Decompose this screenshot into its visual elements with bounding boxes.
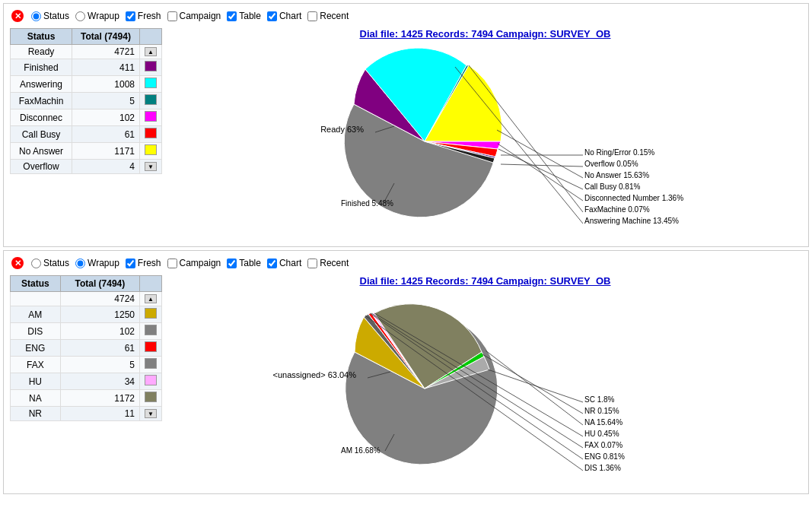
table-checkbox-1[interactable] bbox=[227, 11, 237, 21]
cell-total: 102 bbox=[72, 109, 139, 126]
label-am-2: AM 16.68% bbox=[341, 446, 381, 455]
cell-total: 1171 bbox=[72, 143, 139, 160]
scroll-up[interactable]: ▲ bbox=[145, 294, 157, 303]
cell-status: Ready bbox=[11, 45, 72, 59]
table-row: FAX 5 bbox=[11, 357, 162, 373]
cell-color bbox=[140, 143, 162, 160]
scroll-header-1 bbox=[140, 29, 162, 45]
label-fax-2: FAX 0.07% bbox=[584, 441, 623, 449]
table-check-label-1[interactable]: Table bbox=[227, 11, 261, 21]
cell-total: 61 bbox=[60, 340, 139, 357]
status-label-2: Status bbox=[43, 258, 69, 268]
cell-color bbox=[140, 323, 162, 340]
cell-color bbox=[140, 109, 162, 126]
table-check-label-2[interactable]: Table bbox=[227, 258, 261, 268]
section-2: ✕ Status Wrapup Fresh Campaign Table Cha… bbox=[3, 250, 809, 494]
recent-checkbox-2[interactable] bbox=[307, 258, 317, 268]
pie-chart-1: Ready 63% No Ring/Error 0.15% Overflow 0… bbox=[272, 43, 699, 240]
color-swatch bbox=[145, 144, 157, 155]
wrapup-radio-label-2[interactable]: Wrapup bbox=[75, 258, 119, 268]
status-radio-2[interactable] bbox=[31, 258, 41, 268]
cell-color bbox=[140, 306, 162, 323]
table-row: DIS 102 bbox=[11, 323, 162, 340]
table-row: Finished 411 bbox=[11, 59, 162, 76]
wrapup-label-2: Wrapup bbox=[88, 258, 119, 268]
table-row: Disconnec 102 bbox=[11, 109, 162, 126]
label-ready-1: Ready 63% bbox=[320, 125, 364, 134]
scroll-down[interactable]: ▼ bbox=[145, 409, 157, 418]
cell-status: NA bbox=[11, 390, 61, 407]
status-radio-label-2[interactable]: Status bbox=[31, 258, 69, 268]
recent-check-label-1[interactable]: Recent bbox=[307, 11, 349, 21]
table-row: Overflow 4 ▼ bbox=[11, 160, 162, 174]
label-nr-2: NR 0.15% bbox=[584, 407, 619, 415]
label-finished-1: Finished 5.48% bbox=[341, 199, 393, 208]
cell-status: NR bbox=[11, 407, 61, 421]
cell-color bbox=[140, 373, 162, 390]
cell-total: 1172 bbox=[60, 390, 139, 407]
wrapup-radio-1[interactable] bbox=[75, 11, 85, 21]
table-checkbox-2[interactable] bbox=[227, 258, 237, 268]
section-1: ✕ Status Wrapup Fresh Campaign Table Cha… bbox=[3, 3, 809, 247]
color-swatch bbox=[145, 341, 157, 352]
cell-status: HU bbox=[11, 373, 61, 390]
chart-area-1: Dial file: 1425 Records: 7494 Campaign: … bbox=[168, 28, 802, 240]
chart-label-1: Chart bbox=[279, 11, 301, 21]
label-noring-1: No Ring/Error 0.15% bbox=[584, 148, 654, 157]
color-swatch bbox=[145, 308, 157, 319]
pie-chart-2: <unassigned> 63.04% SC 1.8% NR 0.15% NA … bbox=[272, 290, 699, 487]
campaign-check-label-1[interactable]: Campaign bbox=[167, 11, 221, 21]
close-button-2[interactable]: ✕ bbox=[11, 257, 24, 269]
cell-total: 4721 bbox=[72, 45, 139, 59]
status-radio-label-1[interactable]: Status bbox=[31, 11, 69, 21]
fresh-checkbox-1[interactable] bbox=[126, 11, 135, 21]
status-table-2: Status Total (7494) 4724 ▲ AM 1250 DIS 1… bbox=[10, 275, 162, 421]
table-label-2: Table bbox=[239, 258, 261, 268]
cell-status: FaxMachin bbox=[11, 93, 72, 109]
scroll-up[interactable]: ▲ bbox=[145, 47, 157, 56]
scroll-header-2 bbox=[140, 276, 162, 292]
status-label-1: Status bbox=[43, 11, 69, 21]
content-2: Status Total (7494) 4724 ▲ AM 1250 DIS 1… bbox=[7, 272, 805, 490]
chart-check-label-1[interactable]: Chart bbox=[267, 11, 301, 21]
chart-checkbox-1[interactable] bbox=[267, 11, 277, 21]
campaign-checkbox-1[interactable] bbox=[167, 11, 177, 21]
table-row: 4724 ▲ bbox=[11, 292, 162, 306]
table-row: HU 34 bbox=[11, 373, 162, 390]
wrapup-radio-label-1[interactable]: Wrapup bbox=[75, 11, 119, 21]
recent-checkbox-1[interactable] bbox=[307, 11, 317, 21]
cell-status: Finished bbox=[11, 59, 72, 76]
cell-color: ▲ bbox=[140, 292, 162, 306]
cell-total: 1008 bbox=[72, 76, 139, 93]
table-container-2: Status Total (7494) 4724 ▲ AM 1250 DIS 1… bbox=[10, 275, 162, 487]
close-button-1[interactable]: ✕ bbox=[11, 10, 24, 22]
campaign-checkbox-2[interactable] bbox=[167, 258, 177, 268]
color-swatch bbox=[145, 94, 157, 105]
fresh-checkbox-2[interactable] bbox=[126, 258, 135, 268]
chart-check-label-2[interactable]: Chart bbox=[267, 258, 301, 268]
toolbar-1: ✕ Status Wrapup Fresh Campaign Table Cha… bbox=[7, 7, 805, 25]
color-swatch bbox=[145, 375, 157, 385]
chart-checkbox-2[interactable] bbox=[267, 258, 277, 268]
table-row: FaxMachin 5 bbox=[11, 93, 162, 109]
cell-total: 34 bbox=[60, 373, 139, 390]
cell-total: 61 bbox=[72, 126, 139, 143]
recent-check-label-2[interactable]: Recent bbox=[307, 258, 349, 268]
color-swatch bbox=[145, 111, 157, 122]
chart-label-2: Chart bbox=[279, 258, 301, 268]
campaign-check-label-2[interactable]: Campaign bbox=[167, 258, 221, 268]
status-radio-1[interactable] bbox=[31, 11, 41, 21]
label-fax-1: FaxMachine 0.07% bbox=[584, 205, 650, 214]
toolbar-2: ✕ Status Wrapup Fresh Campaign Table Cha… bbox=[7, 254, 805, 272]
campaign-label-2: Campaign bbox=[180, 258, 221, 268]
cell-status bbox=[11, 292, 61, 306]
scroll-down[interactable]: ▼ bbox=[145, 162, 157, 171]
label-dis-2: DIS 1.36% bbox=[584, 464, 621, 472]
wrapup-radio-2[interactable] bbox=[75, 258, 85, 268]
cell-color bbox=[140, 357, 162, 373]
col-status-1: Status bbox=[11, 29, 72, 45]
fresh-label-1: Fresh bbox=[138, 11, 161, 21]
fresh-check-label-2[interactable]: Fresh bbox=[126, 258, 161, 268]
cell-status: Answering bbox=[11, 76, 72, 93]
fresh-check-label-1[interactable]: Fresh bbox=[126, 11, 161, 21]
